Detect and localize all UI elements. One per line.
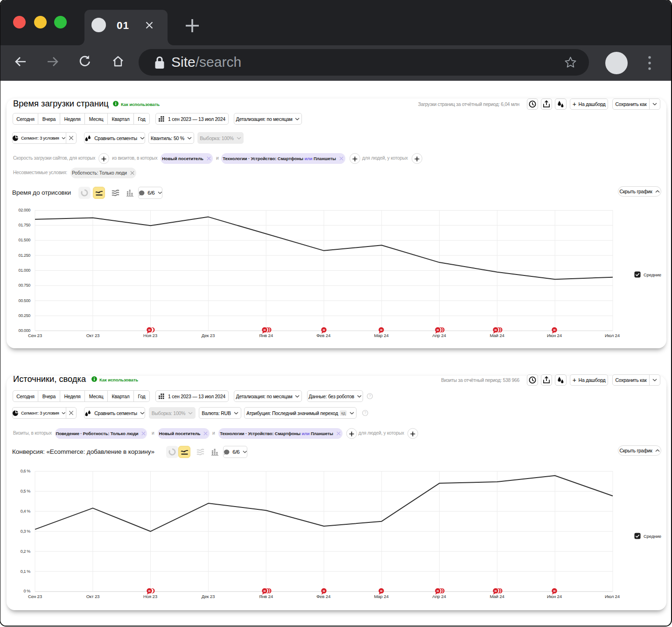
svg-text:н: н (380, 589, 383, 593)
svg-text:н: н (264, 328, 266, 332)
svg-text:н: н (148, 328, 151, 332)
svg-text:н: н (437, 328, 439, 332)
svg-text:н: н (264, 589, 266, 593)
svg-text:?: ? (369, 394, 371, 398)
svg-text:н: н (553, 589, 556, 593)
svg-text:н: н (322, 589, 325, 593)
svg-text:н: н (148, 589, 151, 593)
svg-text:н: н (380, 328, 383, 332)
svg-text:?: ? (364, 410, 366, 415)
svg-text:н: н (322, 328, 325, 332)
svg-text:н: н (494, 589, 497, 593)
svg-text:н: н (553, 328, 556, 332)
svg-text:н: н (494, 328, 497, 332)
svg-text:н: н (437, 589, 439, 593)
